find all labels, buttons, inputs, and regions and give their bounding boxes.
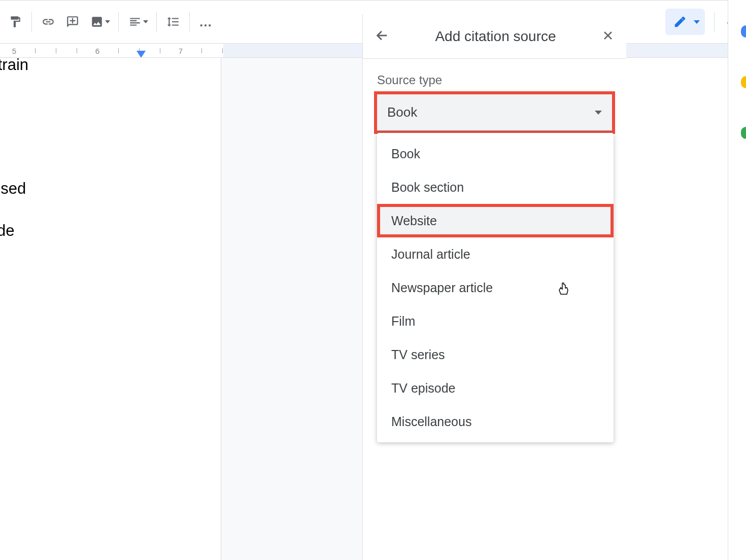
option-miscellaneous[interactable]: Miscellaneous: [377, 405, 614, 438]
separator: [31, 12, 32, 32]
editing-mode-button[interactable]: [665, 9, 705, 35]
source-type-label: Source type: [377, 73, 612, 87]
close-button[interactable]: [602, 29, 614, 44]
line-spacing-icon[interactable]: [162, 11, 184, 33]
ruler-tick: [222, 48, 223, 53]
option-tv-series[interactable]: TV series: [377, 338, 614, 371]
document-area[interactable]: Also, you can train me from here. platfo…: [0, 58, 362, 560]
keep-addon-icon[interactable]: [741, 76, 746, 88]
chevron-down-icon: [143, 20, 148, 23]
more-icon: …: [199, 15, 213, 28]
option-book-section[interactable]: Book section: [377, 170, 614, 204]
back-button[interactable]: [375, 28, 389, 45]
ruler-tick: [201, 48, 202, 53]
ruler-tick: [35, 48, 36, 53]
calendar-addon-icon[interactable]: [741, 25, 746, 38]
ruler-tick: [160, 48, 160, 53]
right-indent-marker[interactable]: [137, 51, 146, 58]
document-text[interactable]: Also, you can train me from here. platfo…: [0, 58, 170, 241]
source-type-select[interactable]: Book: [377, 94, 612, 131]
page: Also, you can train me from here. platfo…: [0, 58, 221, 560]
right-side-bar: [728, 0, 746, 560]
option-newspaper-article[interactable]: Newspaper article: [377, 271, 614, 304]
chevron-down-icon: [105, 20, 110, 23]
source-type-dropdown: Book Book section Website Journal articl…: [377, 133, 614, 442]
ruler-tick: [77, 48, 77, 53]
arrow-left-icon: [375, 28, 389, 43]
option-website[interactable]: Website: [377, 204, 614, 237]
paint-format-icon[interactable]: [4, 11, 26, 33]
chevron-down-icon: [595, 111, 602, 115]
separator: [156, 12, 157, 32]
tasks-addon-icon[interactable]: [741, 127, 746, 139]
close-icon: [602, 29, 614, 42]
ruler-tick: [118, 48, 119, 53]
separator: [118, 12, 119, 32]
citation-side-panel: Add citation source Source type Book Boo…: [362, 14, 626, 560]
option-film[interactable]: Film: [377, 304, 614, 338]
separator: [189, 12, 190, 32]
ruler-mark: 6: [95, 46, 99, 55]
ruler-mark: 7: [179, 46, 183, 55]
align-button[interactable]: [124, 11, 151, 33]
pencil-icon: [673, 15, 687, 28]
source-type-value: Book: [387, 104, 417, 120]
option-journal-article[interactable]: Journal article: [377, 237, 614, 271]
panel-body: Source type Book Book Book section Websi…: [363, 59, 626, 145]
panel-title: Add citation source: [399, 28, 592, 45]
separator: [714, 12, 715, 32]
chevron-down-icon: [694, 20, 700, 24]
add-comment-icon[interactable]: [61, 11, 84, 33]
link-icon[interactable]: [37, 11, 59, 33]
ruler-mark: 5: [12, 46, 16, 55]
panel-header: Add citation source: [363, 14, 626, 59]
ruler-tick: [56, 48, 56, 53]
insert-image-button[interactable]: [86, 11, 113, 33]
option-tv-episode[interactable]: TV episode: [377, 371, 614, 405]
more-button[interactable]: …: [195, 11, 217, 33]
option-book[interactable]: Book: [377, 137, 614, 170]
